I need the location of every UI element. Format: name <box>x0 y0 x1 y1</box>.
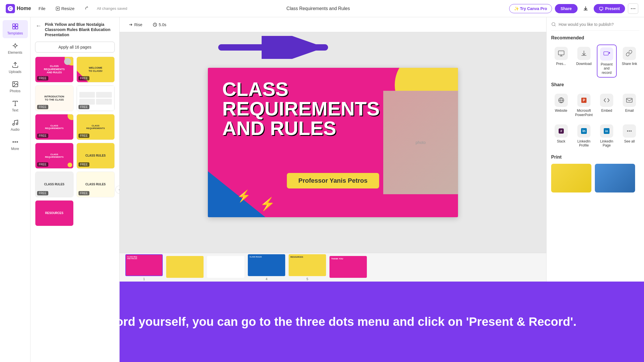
svg-rect-3 <box>599 7 603 10</box>
svg-text:P: P <box>583 98 585 102</box>
try-pro-button[interactable]: ✨ Try Canva Pro <box>509 4 552 13</box>
template-card[interactable]: CLASS RULES FREE <box>35 172 74 197</box>
sidebar-item-more[interactable]: More <box>3 136 28 154</box>
svg-rect-22 <box>558 51 564 55</box>
slide-thumbnail-1[interactable]: CLASS REQAND RULES <box>125 254 163 276</box>
slide-thumbnail-5[interactable]: RESOURCES <box>289 254 326 276</box>
nav-right-group: ✨ Try Canva Pro Share Present <box>509 3 638 14</box>
option-present[interactable]: Pres... <box>551 45 571 78</box>
free-badge: FREE <box>78 105 90 109</box>
template-card[interactable]: CLASS RULES FREE <box>76 172 115 197</box>
option-download[interactable]: Download <box>574 45 594 78</box>
transition-button[interactable]: Rise <box>125 21 145 29</box>
sidebar-uploads-label: Uploads <box>9 70 21 74</box>
share-button[interactable]: Share <box>555 4 578 13</box>
slide-thumbnail-6[interactable]: THANK YOU <box>329 256 367 278</box>
home-button[interactable]: C Home <box>6 4 31 13</box>
sidebar-item-elements[interactable]: Elements <box>3 39 28 57</box>
slide-thumbnail-3[interactable] <box>207 256 244 278</box>
sidebar-item-uploads[interactable]: Uploads <box>3 59 28 77</box>
option-linkedin-page[interactable]: in LinkedIn Page <box>597 122 617 150</box>
slide-thumbnail-2[interactable] <box>166 256 204 278</box>
template-panel-title: Pink Yellow and Blue Nostalgia Classroom… <box>45 22 115 38</box>
present-button[interactable]: Present <box>594 4 625 13</box>
svg-point-11 <box>14 45 16 47</box>
slide-5-num: 5 <box>306 277 308 281</box>
free-badge: FREE <box>78 162 90 167</box>
publish-search-bar <box>551 22 639 31</box>
sidebar-item-text[interactable]: Text <box>3 97 28 115</box>
template-card[interactable]: CLASSREQUIREMENTS FREE <box>35 143 74 169</box>
step-instruction-text: To record yourself, you can go to the th… <box>80 314 576 330</box>
print-section-title: Print <box>551 155 639 160</box>
back-button[interactable]: ← <box>35 22 42 30</box>
option-email[interactable]: Email <box>620 91 639 119</box>
option-linkedin-profile[interactable]: in LinkedIn Profile <box>574 122 594 150</box>
option-website[interactable]: Website <box>551 91 571 119</box>
share-options-grid: Website P Microsoft PowerPoint Embed Ema… <box>551 91 639 150</box>
sidebar-more-label: More <box>11 147 19 151</box>
linkedin-profile-icon: in <box>577 124 591 138</box>
sidebar-photos-label: Photos <box>10 89 20 93</box>
svg-point-6 <box>635 8 635 9</box>
download-label: Download <box>576 62 591 66</box>
download-button[interactable] <box>580 3 591 14</box>
template-card[interactable]: CLASSREQUIREMENTS FREE <box>35 114 74 140</box>
sidebar-item-audio[interactable]: Audio <box>3 116 28 134</box>
svg-text:in: in <box>582 129 586 133</box>
slide-thumbnail-4[interactable]: CLASS RULES <box>248 254 285 276</box>
sidebar-item-photos[interactable]: Photos <box>3 78 28 96</box>
undo-button[interactable] <box>82 5 92 13</box>
print-previews <box>551 164 639 192</box>
template-panel-header: ← Pink Yellow and Blue Nostalgia Classro… <box>35 22 115 38</box>
slide-canvas: CLASS REQUIREMENTS AND RULES Professor Y… <box>208 68 458 217</box>
template-card[interactable]: FREE <box>76 85 115 111</box>
template-card[interactable]: CLASSREQUIREMENTS FREE <box>76 114 115 140</box>
template-card[interactable]: WELCOMETO CLASS! FREE <box>76 57 115 82</box>
svg-text:C: C <box>9 7 12 11</box>
free-badge: FREE <box>78 76 90 80</box>
svg-text:#: # <box>560 129 562 133</box>
publish-search-input[interactable] <box>559 22 639 27</box>
present-icon <box>555 47 568 60</box>
collapse-panel-button[interactable]: ‹ <box>115 186 120 194</box>
template-card[interactable]: CLASS RULES FREE <box>76 143 115 169</box>
present-label: Pres... <box>556 62 566 66</box>
slide-1-num: 1 <box>143 277 145 281</box>
see-all-label: See all <box>624 139 635 143</box>
option-present-record[interactable]: Present and record <box>597 45 617 78</box>
slide-title-line3: AND RULES <box>222 118 380 138</box>
sidebar-item-templates[interactable]: Templates <box>3 20 28 38</box>
option-powerpoint[interactable]: P Microsoft PowerPoint <box>574 91 594 119</box>
linkedin-page-label: LinkedIn Page <box>598 139 616 148</box>
free-badge: FREE <box>37 105 48 109</box>
sidebar-elements-label: Elements <box>8 51 22 55</box>
option-share-link[interactable]: Share link <box>620 45 639 78</box>
svg-rect-23 <box>604 52 608 55</box>
file-button[interactable]: File <box>36 4 48 13</box>
duration-button[interactable]: 5.0s <box>150 21 169 29</box>
more-options-button[interactable] <box>628 3 638 14</box>
svg-point-15 <box>13 124 14 125</box>
slide-title-line1: CLASS <box>222 79 380 99</box>
print-preview-1[interactable] <box>551 164 591 192</box>
home-label: Home <box>17 5 31 11</box>
slide-4-num: 4 <box>266 277 267 281</box>
template-card[interactable]: RESOURCES <box>35 200 74 226</box>
left-sidebar: Templates Elements Uploads Photos Text A… <box>0 17 30 362</box>
slack-label: Slack <box>557 139 565 143</box>
top-navigation: C Home File Resize All changes saved Cla… <box>0 0 644 17</box>
option-see-all[interactable]: See all <box>620 122 639 150</box>
option-embed[interactable]: Embed <box>597 91 617 119</box>
template-card[interactable]: INTRODUCTIONTO THE CLASS FREE <box>35 85 74 111</box>
option-slack[interactable]: # Slack <box>551 122 571 150</box>
apply-all-button[interactable]: Apply all 16 pages <box>35 42 115 53</box>
print-preview-2[interactable] <box>595 164 635 192</box>
slide-strip: CLASS REQAND RULES 1 CLASS RULES 4 RESOU… <box>120 253 546 282</box>
slide-3-wrapper <box>207 256 244 279</box>
resize-button[interactable]: Resize <box>53 4 77 13</box>
slide-1-wrapper: CLASS REQAND RULES 1 <box>125 254 163 281</box>
template-card[interactable]: CLASSREQUIREMENTSAND RULES FREE <box>35 57 74 82</box>
free-badge: FREE <box>78 134 90 138</box>
slide-lightning-bolt: ⚡ <box>260 197 275 211</box>
